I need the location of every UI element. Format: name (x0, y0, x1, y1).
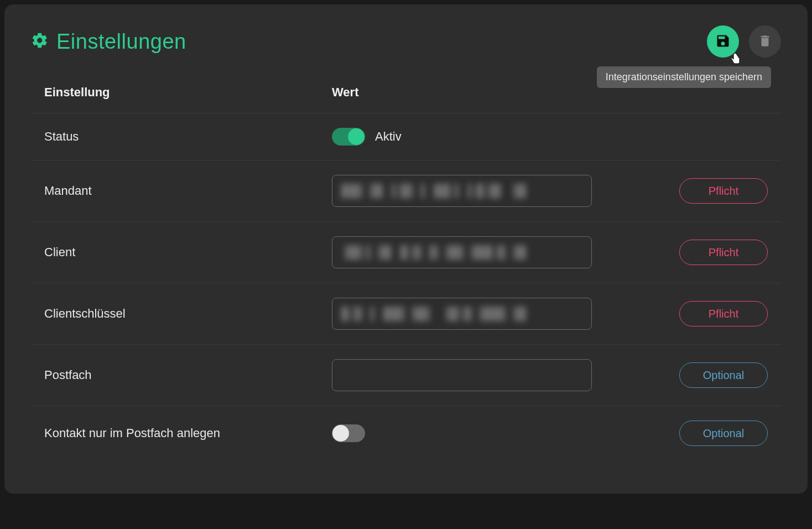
row-client: Client ▐█▌▌▐█ █▐▌▐▌▐█▌▐██▐▌▐█ Pflicht (31, 222, 781, 283)
col-setting: Einstellung (44, 85, 332, 100)
save-tooltip: Integrationseinstellungen speichern (597, 66, 771, 88)
redacted-value: ██▌▐█ ▌█▌▐ ██▐ ▌█▐█ ▐█ (341, 184, 527, 198)
gear-icon (31, 32, 49, 51)
title-group: Einstellungen (31, 30, 186, 54)
optional-badge: Optional (679, 421, 768, 446)
status-toggle[interactable] (332, 128, 365, 146)
required-badge: Pflicht (679, 301, 768, 326)
delete-button[interactable] (749, 25, 781, 58)
redacted-value: ▐█▌▌▐█ █▐▌▐▌▐█▌▐██▐▌▐█ (341, 246, 527, 260)
save-button[interactable]: Integrationseinstellungen speichern (707, 25, 739, 58)
contact-only-label: Kontakt nur im Postfach anlegen (44, 426, 332, 440)
client-input[interactable]: ▐█▌▌▐█ █▐▌▐▌▐█▌▐██▐▌▐█ (332, 236, 592, 268)
client-key-input[interactable]: █▐▌▐ ██▌▐█▌ ▐█▐▌▐██▌▐█ (332, 298, 592, 330)
cursor-hand-icon (729, 53, 742, 68)
client-key-label: Clientschlüssel (44, 307, 332, 321)
trash-icon (758, 34, 772, 50)
row-status: Status Aktiv (31, 113, 781, 160)
row-client-key: Clientschlüssel █▐▌▐ ██▌▐█▌ ▐█▐▌▐██▌▐█ P… (31, 283, 781, 345)
client-label: Client (44, 245, 332, 260)
row-contact-only: Kontakt nur im Postfach anlegen Optional (31, 406, 781, 460)
redacted-value: █▐▌▐ ██▌▐█▌ ▐█▐▌▐██▌▐█ (341, 307, 527, 321)
contact-only-toggle[interactable] (332, 424, 365, 442)
postfach-input[interactable] (332, 359, 592, 391)
row-mandant: Mandant ██▌▐█ ▌█▌▐ ██▐ ▌█▐█ ▐█ Pflicht (31, 160, 781, 222)
optional-badge: Optional (679, 362, 768, 388)
mandant-input[interactable]: ██▌▐█ ▌█▌▐ ██▐ ▌█▐█ ▐█ (332, 175, 592, 207)
required-badge: Pflicht (679, 178, 768, 204)
required-badge: Pflicht (679, 240, 768, 265)
row-postfach: Postfach Optional (31, 345, 781, 406)
save-icon (715, 33, 731, 50)
status-value-label: Aktiv (375, 129, 402, 144)
status-label: Status (44, 129, 332, 144)
panel-header: Einstellungen Integrationseinstellungen … (31, 25, 781, 58)
header-actions: Integrationseinstellungen speichern (707, 25, 781, 58)
mandant-label: Mandant (44, 184, 332, 198)
settings-panel: Einstellungen Integrationseinstellungen … (4, 4, 808, 494)
postfach-label: Postfach (44, 368, 332, 382)
page-title: Einstellungen (56, 30, 186, 54)
